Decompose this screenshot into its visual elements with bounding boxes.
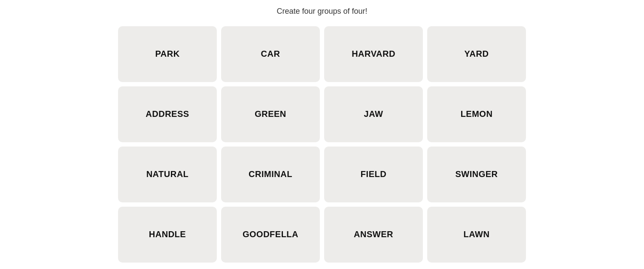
grid-cell-handle[interactable]: HANDLE [118,207,217,263]
grid-cell-lemon[interactable]: LEMON [427,86,526,142]
grid-cell-yard[interactable]: YARD [427,26,526,82]
grid-cell-natural[interactable]: NATURAL [118,147,217,202]
cell-label-swinger: SWINGER [455,169,498,179]
grid-cell-green[interactable]: GREEN [221,86,320,142]
grid-cell-goodfella[interactable]: GOODFELLA [221,207,320,263]
cell-label-answer: ANSWER [354,229,393,239]
grid-cell-park[interactable]: PARK [118,26,217,82]
grid-cell-swinger[interactable]: SWINGER [427,147,526,202]
grid-cell-address[interactable]: ADDRESS [118,86,217,142]
cell-label-car: CAR [261,49,280,59]
cell-label-harvard: HARVARD [352,49,395,59]
cell-label-field: FIELD [361,169,386,179]
cell-label-park: PARK [155,49,179,59]
page-subtitle: Create four groups of four! [276,7,367,16]
grid-cell-jaw[interactable]: JAW [324,86,423,142]
cell-label-natural: NATURAL [146,169,189,179]
word-grid: PARKCARHARVARDYARDADDRESSGREENJAWLEMONNA… [118,26,526,263]
cell-label-criminal: CRIMINAL [249,169,292,179]
grid-cell-harvard[interactable]: HARVARD [324,26,423,82]
grid-cell-answer[interactable]: ANSWER [324,207,423,263]
cell-label-lawn: LAWN [464,229,490,239]
cell-label-jaw: JAW [364,109,383,119]
cell-label-goodfella: GOODFELLA [243,229,298,239]
grid-cell-car[interactable]: CAR [221,26,320,82]
grid-cell-lawn[interactable]: LAWN [427,207,526,263]
cell-label-green: GREEN [255,109,286,119]
cell-label-yard: YARD [465,49,489,59]
cell-label-address: ADDRESS [146,109,189,119]
grid-cell-criminal[interactable]: CRIMINAL [221,147,320,202]
cell-label-handle: HANDLE [149,229,186,239]
grid-cell-field[interactable]: FIELD [324,147,423,202]
cell-label-lemon: LEMON [461,109,493,119]
